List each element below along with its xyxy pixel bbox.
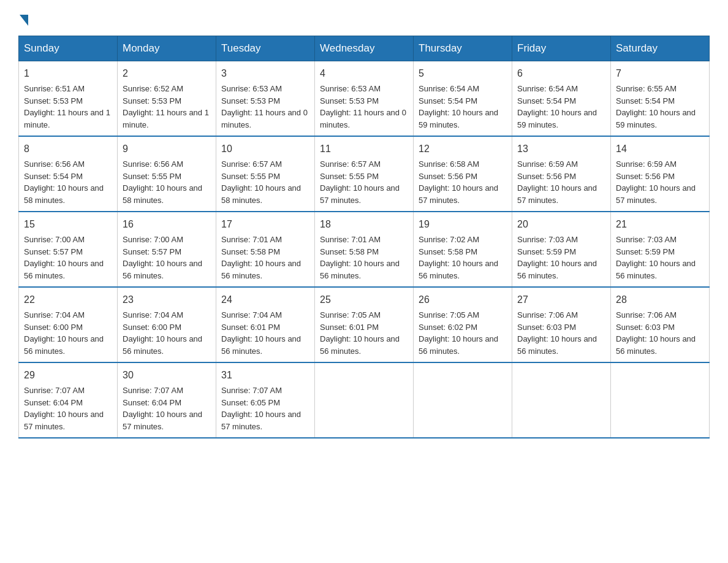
daylight-info: Daylight: 10 hours and 56 minutes.	[320, 259, 400, 280]
day-number: 16	[123, 217, 211, 232]
day-number: 29	[24, 368, 112, 383]
sunrise-info: Sunrise: 7:03 AM	[616, 235, 677, 244]
sunrise-info: Sunrise: 7:04 AM	[24, 310, 85, 320]
calendar-cell: 15 Sunrise: 7:00 AM Sunset: 5:57 PM Dayl…	[19, 212, 118, 287]
daylight-info: Daylight: 10 hours and 56 minutes.	[24, 259, 104, 280]
sunset-info: Sunset: 6:03 PM	[616, 323, 675, 332]
sunrise-info: Sunrise: 7:00 AM	[123, 235, 183, 244]
sunrise-info: Sunrise: 7:01 AM	[221, 235, 282, 244]
sunset-info: Sunset: 6:03 PM	[517, 323, 576, 332]
day-number: 9	[123, 142, 211, 156]
sunset-info: Sunset: 5:57 PM	[24, 247, 83, 256]
day-number: 14	[616, 142, 704, 156]
page-header	[18, 12, 710, 23]
daylight-info: Daylight: 10 hours and 56 minutes.	[419, 334, 498, 356]
sunset-info: Sunset: 5:59 PM	[616, 247, 675, 256]
sunset-info: Sunset: 5:57 PM	[123, 247, 181, 256]
daylight-info: Daylight: 10 hours and 58 minutes.	[221, 183, 301, 205]
sunrise-info: Sunrise: 7:07 AM	[221, 386, 282, 395]
calendar-week-row: 22 Sunrise: 7:04 AM Sunset: 6:00 PM Dayl…	[19, 287, 710, 362]
day-number: 4	[320, 66, 408, 81]
sunset-info: Sunset: 5:54 PM	[419, 96, 477, 105]
calendar-cell: 12 Sunrise: 6:58 AM Sunset: 5:56 PM Dayl…	[414, 136, 512, 212]
calendar-cell: 26 Sunrise: 7:05 AM Sunset: 6:02 PM Dayl…	[414, 287, 512, 362]
daylight-info: Daylight: 10 hours and 57 minutes.	[24, 410, 104, 431]
sunset-info: Sunset: 5:56 PM	[517, 172, 576, 181]
day-number: 5	[419, 66, 507, 81]
calendar-cell	[315, 362, 414, 438]
calendar-cell: 18 Sunrise: 7:01 AM Sunset: 5:58 PM Dayl…	[315, 212, 414, 287]
day-number: 25	[320, 293, 408, 307]
sunset-info: Sunset: 5:54 PM	[616, 96, 675, 105]
sunset-info: Sunset: 5:55 PM	[320, 172, 379, 181]
calendar-cell: 29 Sunrise: 7:07 AM Sunset: 6:04 PM Dayl…	[19, 362, 118, 438]
sunset-info: Sunset: 5:59 PM	[517, 247, 576, 256]
daylight-info: Daylight: 10 hours and 56 minutes.	[123, 334, 202, 356]
sunset-info: Sunset: 6:01 PM	[320, 323, 379, 332]
sunrise-info: Sunrise: 7:07 AM	[123, 386, 183, 395]
sunrise-info: Sunrise: 6:59 AM	[517, 159, 578, 169]
sunset-info: Sunset: 6:01 PM	[221, 323, 280, 332]
daylight-info: Daylight: 10 hours and 56 minutes.	[221, 334, 301, 356]
sunset-info: Sunset: 5:58 PM	[221, 247, 280, 256]
sunrise-info: Sunrise: 7:01 AM	[320, 235, 381, 244]
daylight-info: Daylight: 11 hours and 1 minute.	[24, 108, 110, 129]
calendar-cell: 11 Sunrise: 6:57 AM Sunset: 5:55 PM Dayl…	[315, 136, 414, 212]
calendar-cell: 4 Sunrise: 6:53 AM Sunset: 5:53 PM Dayli…	[315, 61, 414, 137]
calendar-cell: 19 Sunrise: 7:02 AM Sunset: 5:58 PM Dayl…	[414, 212, 512, 287]
daylight-info: Daylight: 11 hours and 1 minute.	[123, 108, 209, 129]
calendar-cell: 25 Sunrise: 7:05 AM Sunset: 6:01 PM Dayl…	[315, 287, 414, 362]
daylight-info: Daylight: 10 hours and 58 minutes.	[123, 183, 202, 205]
calendar-cell: 22 Sunrise: 7:04 AM Sunset: 6:00 PM Dayl…	[19, 287, 118, 362]
calendar-week-row: 8 Sunrise: 6:56 AM Sunset: 5:54 PM Dayli…	[19, 136, 710, 212]
daylight-info: Daylight: 10 hours and 59 minutes.	[517, 108, 597, 129]
calendar-week-row: 29 Sunrise: 7:07 AM Sunset: 6:04 PM Dayl…	[19, 362, 710, 438]
calendar-cell: 5 Sunrise: 6:54 AM Sunset: 5:54 PM Dayli…	[414, 61, 512, 137]
day-number: 17	[221, 217, 309, 232]
day-number: 23	[123, 293, 211, 307]
calendar-cell	[512, 362, 611, 438]
calendar-cell: 24 Sunrise: 7:04 AM Sunset: 6:01 PM Dayl…	[216, 287, 315, 362]
day-number: 1	[24, 66, 112, 81]
sunrise-info: Sunrise: 6:54 AM	[419, 84, 479, 93]
day-number: 31	[221, 368, 309, 383]
daylight-info: Daylight: 10 hours and 56 minutes.	[123, 259, 202, 280]
sunset-info: Sunset: 6:00 PM	[24, 323, 83, 332]
sunset-info: Sunset: 6:05 PM	[221, 398, 280, 407]
sunset-info: Sunset: 5:58 PM	[320, 247, 379, 256]
weekday-header-thursday: Thursday	[414, 36, 512, 61]
day-number: 7	[616, 66, 704, 81]
sunrise-info: Sunrise: 6:53 AM	[320, 84, 381, 93]
calendar-cell: 1 Sunrise: 6:51 AM Sunset: 5:53 PM Dayli…	[19, 61, 118, 137]
daylight-info: Daylight: 10 hours and 57 minutes.	[123, 410, 202, 431]
day-number: 13	[517, 142, 605, 156]
sunrise-info: Sunrise: 6:55 AM	[616, 84, 677, 93]
daylight-info: Daylight: 10 hours and 58 minutes.	[24, 183, 104, 205]
calendar-cell: 23 Sunrise: 7:04 AM Sunset: 6:00 PM Dayl…	[118, 287, 216, 362]
sunset-info: Sunset: 6:04 PM	[24, 398, 83, 407]
weekday-header-sunday: Sunday	[19, 36, 118, 61]
daylight-info: Daylight: 10 hours and 56 minutes.	[24, 334, 104, 356]
day-number: 30	[123, 368, 211, 383]
sunrise-info: Sunrise: 6:59 AM	[616, 159, 677, 169]
sunset-info: Sunset: 5:58 PM	[419, 247, 477, 256]
calendar-cell: 3 Sunrise: 6:53 AM Sunset: 5:53 PM Dayli…	[216, 61, 315, 137]
daylight-info: Daylight: 10 hours and 59 minutes.	[419, 108, 498, 129]
sunset-info: Sunset: 5:53 PM	[320, 96, 379, 105]
calendar-cell: 14 Sunrise: 6:59 AM Sunset: 5:56 PM Dayl…	[611, 136, 710, 212]
sunset-info: Sunset: 6:00 PM	[123, 323, 181, 332]
day-number: 8	[24, 142, 112, 156]
sunrise-info: Sunrise: 6:56 AM	[123, 159, 183, 169]
day-number: 15	[24, 217, 112, 232]
sunset-info: Sunset: 5:55 PM	[123, 172, 181, 181]
day-number: 20	[517, 217, 605, 232]
sunset-info: Sunset: 5:54 PM	[24, 172, 83, 181]
calendar-cell: 13 Sunrise: 6:59 AM Sunset: 5:56 PM Dayl…	[512, 136, 611, 212]
calendar-cell	[414, 362, 512, 438]
day-number: 24	[221, 293, 309, 307]
sunset-info: Sunset: 5:56 PM	[616, 172, 675, 181]
calendar-week-row: 15 Sunrise: 7:00 AM Sunset: 5:57 PM Dayl…	[19, 212, 710, 287]
sunrise-info: Sunrise: 6:52 AM	[123, 84, 183, 93]
calendar-cell: 7 Sunrise: 6:55 AM Sunset: 5:54 PM Dayli…	[611, 61, 710, 137]
sunset-info: Sunset: 6:04 PM	[123, 398, 181, 407]
